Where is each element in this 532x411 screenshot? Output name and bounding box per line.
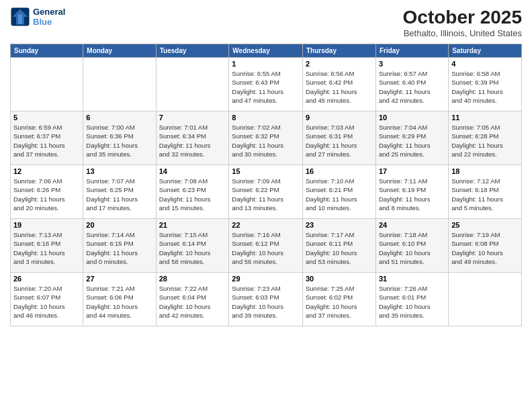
calendar-cell: 13Sunrise: 7:07 AM Sunset: 6:25 PM Dayli… <box>83 165 156 219</box>
calendar-cell: 5Sunrise: 6:59 AM Sunset: 6:37 PM Daylig… <box>11 111 83 165</box>
day-number: 20 <box>86 221 152 229</box>
calendar-cell: 22Sunrise: 7:16 AM Sunset: 6:12 PM Dayli… <box>229 219 303 273</box>
calendar-cell: 9Sunrise: 7:03 AM Sunset: 6:31 PM Daylig… <box>302 111 375 165</box>
day-number: 5 <box>13 113 80 122</box>
day-number: 22 <box>232 221 300 229</box>
day-number: 1 <box>232 60 300 68</box>
calendar-cell: 26Sunrise: 7:20 AM Sunset: 6:07 PM Dayli… <box>11 273 83 326</box>
day-number: 7 <box>159 113 226 122</box>
day-number: 12 <box>13 167 80 175</box>
calendar-cell: 23Sunrise: 7:17 AM Sunset: 6:11 PM Dayli… <box>302 219 375 273</box>
day-number: 19 <box>13 221 80 229</box>
day-number: 18 <box>451 167 519 175</box>
day-info: Sunrise: 7:02 AM Sunset: 6:32 PM Dayligh… <box>232 123 300 158</box>
calendar-cell: 25Sunrise: 7:19 AM Sunset: 6:08 PM Dayli… <box>449 219 522 273</box>
day-number: 15 <box>232 167 300 175</box>
day-number: 10 <box>379 113 445 122</box>
day-info: Sunrise: 7:07 AM Sunset: 6:25 PM Dayligh… <box>86 177 152 212</box>
calendar-cell: 1Sunrise: 6:55 AM Sunset: 6:43 PM Daylig… <box>229 58 303 111</box>
calendar-cell <box>156 58 229 111</box>
day-info: Sunrise: 6:59 AM Sunset: 6:37 PM Dayligh… <box>13 123 80 158</box>
calendar-cell: 7Sunrise: 7:01 AM Sunset: 6:34 PM Daylig… <box>156 111 229 165</box>
day-info: Sunrise: 7:14 AM Sunset: 6:15 PM Dayligh… <box>86 230 152 266</box>
calendar-cell <box>83 58 156 111</box>
location: Bethalto, Illinois, United States <box>403 28 522 38</box>
day-info: Sunrise: 7:20 AM Sunset: 6:07 PM Dayligh… <box>13 284 80 320</box>
day-number: 2 <box>306 60 373 68</box>
day-info: Sunrise: 7:06 AM Sunset: 6:26 PM Dayligh… <box>13 177 80 212</box>
calendar-cell: 20Sunrise: 7:14 AM Sunset: 6:15 PM Dayli… <box>83 219 156 273</box>
calendar-cell: 3Sunrise: 6:57 AM Sunset: 6:40 PM Daylig… <box>375 58 448 111</box>
day-number: 26 <box>13 275 80 283</box>
day-info: Sunrise: 7:12 AM Sunset: 6:18 PM Dayligh… <box>451 177 519 212</box>
calendar-cell: 21Sunrise: 7:15 AM Sunset: 6:14 PM Dayli… <box>156 219 229 273</box>
day-info: Sunrise: 7:09 AM Sunset: 6:22 PM Dayligh… <box>232 177 300 212</box>
day-number: 16 <box>306 167 373 175</box>
calendar-cell <box>449 273 522 326</box>
day-number: 9 <box>306 113 373 122</box>
day-info: Sunrise: 7:10 AM Sunset: 6:21 PM Dayligh… <box>306 177 373 212</box>
calendar-cell <box>11 58 83 111</box>
calendar-cell: 10Sunrise: 7:04 AM Sunset: 6:29 PM Dayli… <box>375 111 448 165</box>
weekday-header-row: SundayMondayTuesdayWednesdayThursdayFrid… <box>11 44 522 58</box>
day-number: 13 <box>86 167 152 175</box>
week-row-2: 5Sunrise: 6:59 AM Sunset: 6:37 PM Daylig… <box>11 111 522 165</box>
calendar-cell: 27Sunrise: 7:21 AM Sunset: 6:06 PM Dayli… <box>83 273 156 326</box>
calendar-cell: 12Sunrise: 7:06 AM Sunset: 6:26 PM Dayli… <box>11 165 83 219</box>
calendar-cell: 17Sunrise: 7:11 AM Sunset: 6:19 PM Dayli… <box>375 165 448 219</box>
weekday-header-friday: Friday <box>375 44 448 58</box>
calendar-cell: 2Sunrise: 6:56 AM Sunset: 6:42 PM Daylig… <box>302 58 375 111</box>
day-number: 14 <box>159 167 226 175</box>
day-number: 29 <box>232 275 300 283</box>
day-info: Sunrise: 7:13 AM Sunset: 6:16 PM Dayligh… <box>13 230 80 266</box>
day-number: 4 <box>451 60 519 68</box>
calendar-cell: 14Sunrise: 7:08 AM Sunset: 6:23 PM Dayli… <box>156 165 229 219</box>
day-info: Sunrise: 6:56 AM Sunset: 6:42 PM Dayligh… <box>306 69 373 105</box>
day-number: 24 <box>379 221 445 229</box>
calendar-cell: 16Sunrise: 7:10 AM Sunset: 6:21 PM Dayli… <box>302 165 375 219</box>
calendar-cell: 24Sunrise: 7:18 AM Sunset: 6:10 PM Dayli… <box>375 219 448 273</box>
weekday-header-thursday: Thursday <box>302 44 375 58</box>
week-row-3: 12Sunrise: 7:06 AM Sunset: 6:26 PM Dayli… <box>11 165 522 219</box>
calendar-cell: 19Sunrise: 7:13 AM Sunset: 6:16 PM Dayli… <box>11 219 83 273</box>
calendar-cell: 6Sunrise: 7:00 AM Sunset: 6:36 PM Daylig… <box>83 111 156 165</box>
day-number: 27 <box>86 275 152 283</box>
day-info: Sunrise: 7:19 AM Sunset: 6:08 PM Dayligh… <box>451 230 519 266</box>
week-row-4: 19Sunrise: 7:13 AM Sunset: 6:16 PM Dayli… <box>11 219 522 273</box>
calendar-cell: 31Sunrise: 7:26 AM Sunset: 6:01 PM Dayli… <box>375 273 448 326</box>
day-info: Sunrise: 6:55 AM Sunset: 6:43 PM Dayligh… <box>232 69 300 105</box>
day-number: 21 <box>159 221 226 229</box>
week-row-5: 26Sunrise: 7:20 AM Sunset: 6:07 PM Dayli… <box>11 273 522 326</box>
day-info: Sunrise: 7:21 AM Sunset: 6:06 PM Dayligh… <box>86 284 152 320</box>
calendar-cell: 18Sunrise: 7:12 AM Sunset: 6:18 PM Dayli… <box>449 165 522 219</box>
day-info: Sunrise: 7:18 AM Sunset: 6:10 PM Dayligh… <box>379 230 445 266</box>
day-number: 23 <box>306 221 373 229</box>
day-number: 3 <box>379 60 445 68</box>
calendar-cell: 30Sunrise: 7:25 AM Sunset: 6:02 PM Dayli… <box>302 273 375 326</box>
day-number: 31 <box>379 275 445 283</box>
day-number: 30 <box>306 275 373 283</box>
header: General Blue October 2025 Bethalto, Illi… <box>10 7 522 38</box>
day-info: Sunrise: 7:25 AM Sunset: 6:02 PM Dayligh… <box>306 284 373 320</box>
day-info: Sunrise: 7:23 AM Sunset: 6:03 PM Dayligh… <box>232 284 300 320</box>
day-info: Sunrise: 7:26 AM Sunset: 6:01 PM Dayligh… <box>379 284 445 320</box>
calendar-cell: 8Sunrise: 7:02 AM Sunset: 6:32 PM Daylig… <box>229 111 303 165</box>
day-info: Sunrise: 6:58 AM Sunset: 6:39 PM Dayligh… <box>451 69 519 105</box>
calendar-cell: 4Sunrise: 6:58 AM Sunset: 6:39 PM Daylig… <box>449 58 522 111</box>
calendar-cell: 15Sunrise: 7:09 AM Sunset: 6:22 PM Dayli… <box>229 165 303 219</box>
logo-icon <box>10 7 30 27</box>
day-info: Sunrise: 7:15 AM Sunset: 6:14 PM Dayligh… <box>159 230 226 266</box>
weekday-header-sunday: Sunday <box>11 44 83 58</box>
day-info: Sunrise: 7:17 AM Sunset: 6:11 PM Dayligh… <box>306 230 373 266</box>
day-number: 8 <box>232 113 300 122</box>
week-row-1: 1Sunrise: 6:55 AM Sunset: 6:43 PM Daylig… <box>11 58 522 111</box>
logo: General Blue <box>10 7 65 27</box>
day-info: Sunrise: 7:00 AM Sunset: 6:36 PM Dayligh… <box>86 123 152 158</box>
day-number: 6 <box>86 113 152 122</box>
title-block: October 2025 Bethalto, Illinois, United … <box>403 7 522 38</box>
calendar-container: General Blue October 2025 Bethalto, Illi… <box>0 0 532 411</box>
calendar-cell: 29Sunrise: 7:23 AM Sunset: 6:03 PM Dayli… <box>229 273 303 326</box>
weekday-header-wednesday: Wednesday <box>229 44 303 58</box>
calendar-cell: 28Sunrise: 7:22 AM Sunset: 6:04 PM Dayli… <box>156 273 229 326</box>
day-number: 11 <box>451 113 519 122</box>
